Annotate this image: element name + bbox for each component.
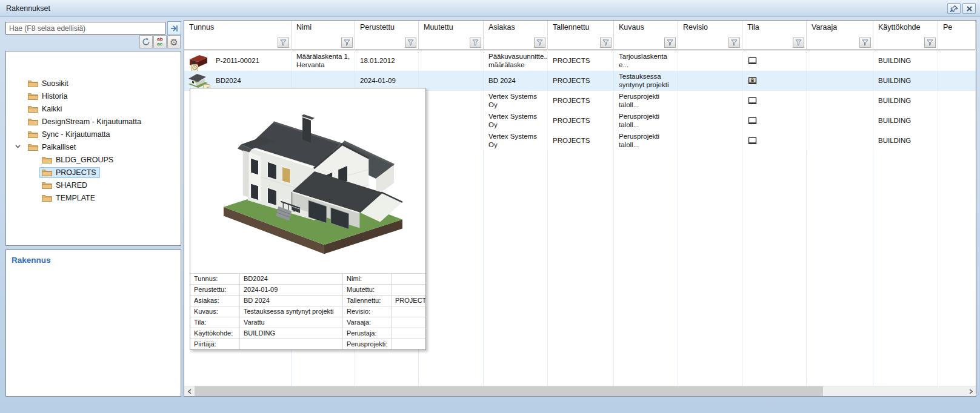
cell-nimi: Määrälaskenta 1, Hervanta <box>292 51 355 71</box>
cell-asiakas: BD 2024 <box>484 71 548 91</box>
filter-funnel-icon[interactable] <box>341 38 353 48</box>
refresh-icon <box>142 38 150 46</box>
clock-badge-icon <box>191 64 198 71</box>
tree-item-label: Suosikit <box>42 79 68 88</box>
cell-tunnus: P-2011-00021 <box>216 57 259 65</box>
cell-kuvaus: Perusprojekti taloll... <box>614 111 678 131</box>
replace-text-icon: ab ac <box>157 37 162 47</box>
cell-asiakas: Vertex Systems Oy <box>484 91 548 111</box>
cell-varaaja <box>807 131 873 151</box>
cell-kayttokohde: BUILDING <box>873 111 938 131</box>
tree-item-paikalliset[interactable]: Paikalliset <box>6 140 181 153</box>
tree-item-label: BLDG_GROUPS <box>56 156 113 164</box>
cell-pe <box>938 91 976 111</box>
filter-funnel-icon[interactable] <box>600 38 612 48</box>
cell-perustettu: 18.01.2012 <box>355 51 419 71</box>
laptop-lock-icon <box>747 77 758 85</box>
column-header-nimi[interactable]: Nimi <box>292 21 355 50</box>
close-window-button[interactable] <box>962 3 976 14</box>
folder-icon <box>42 168 52 176</box>
cell-kayttokohde: BUILDING <box>873 91 938 111</box>
building-details-panel: Rakennus <box>5 249 181 397</box>
column-header-tallennettu[interactable]: Tallennettu <box>548 21 614 50</box>
filter-funnel-icon[interactable] <box>664 38 676 48</box>
column-header-revisio[interactable]: Revisio <box>678 21 742 50</box>
tree-item-historia[interactable]: Historia <box>6 90 181 102</box>
pin-icon <box>950 5 958 12</box>
cell-varaaja <box>807 91 873 111</box>
cell-pe <box>938 111 976 131</box>
cell-tila <box>742 111 807 131</box>
window-title: Rakennukset <box>6 4 50 13</box>
cell-muutettu <box>419 91 484 111</box>
tree-item-designstream[interactable]: DesignStream - Kirjautumatta <box>6 115 181 128</box>
tree-item-suosikit[interactable]: Suosikit <box>6 77 181 90</box>
cell-varaaja <box>807 71 873 91</box>
search-go-button[interactable] <box>167 21 181 35</box>
tree-item-label: Kaikki <box>42 105 62 113</box>
folder-icon <box>28 117 38 125</box>
tree-item-label: DesignStream - Kirjautumatta <box>42 117 141 126</box>
folder-icon <box>28 130 38 138</box>
tree-item-label: PROJECTS <box>56 168 96 177</box>
cell-kuvaus: Perusprojekti taloll... <box>614 131 678 151</box>
folder-tree: Suosikit Historia Kaikki DesignStream - … <box>5 51 181 246</box>
tree-item-kaikki[interactable]: Kaikki <box>6 102 181 115</box>
cell-tunnus: BD2024 <box>216 77 241 85</box>
scroll-left-arrow-icon[interactable] <box>184 386 195 397</box>
column-header-muutettu[interactable]: Muutettu <box>419 21 484 50</box>
tree-item-shared[interactable]: SHARED <box>6 179 181 191</box>
filter-funnel-icon[interactable] <box>534 38 545 48</box>
cell-tila <box>742 51 807 71</box>
tooltip-row: Perustettu: 2024-01-09 Muutettu: <box>190 284 425 295</box>
tooltip-row: Tila: Varattu Varaaja: <box>190 317 425 328</box>
filter-funnel-icon[interactable] <box>793 38 804 48</box>
pin-window-button[interactable] <box>947 3 961 14</box>
gear-icon: ⚙ <box>170 38 178 47</box>
tree-item-projects[interactable]: PROJECTS <box>6 166 181 179</box>
column-header-tunnus[interactable]: Tunnus <box>184 21 292 50</box>
cell-kayttokohde: BUILDING <box>873 131 938 151</box>
folder-icon <box>42 156 52 164</box>
cell-varaaja <box>807 51 873 71</box>
settings-button[interactable]: ⚙ <box>167 35 181 48</box>
tooltip-row: Kuvaus: Testauksessa syntynyt projekti R… <box>190 306 425 317</box>
horizontal-scrollbar[interactable] <box>184 386 976 396</box>
cell-varaaja <box>807 111 873 131</box>
column-header-kuvaus[interactable]: Kuvaus <box>614 21 678 50</box>
column-header-kayttokohde[interactable]: Käyttökohde <box>873 21 938 50</box>
column-header-asiakas[interactable]: Asiakas <box>484 21 548 50</box>
column-header-perustettu[interactable]: Perustettu <box>355 21 419 50</box>
column-header-varaaja[interactable]: Varaaja <box>807 21 873 50</box>
table-row[interactable]: P-2011-00021 Määrälaskenta 1, Hervanta 1… <box>184 51 976 71</box>
cell-pe <box>938 51 976 71</box>
cell-tallennettu: PROJECTS <box>548 131 614 151</box>
building-thumbnail-house <box>187 72 212 90</box>
tree-item-bldg-groups[interactable]: BLDG_GROUPS <box>6 153 181 166</box>
rename-replace-button[interactable]: ab ac <box>153 35 167 48</box>
scroll-right-arrow-icon[interactable] <box>965 386 976 397</box>
cell-tallennettu: PROJECTS <box>548 111 614 131</box>
cell-muutettu <box>419 111 484 131</box>
tree-item-label: SHARED <box>56 181 87 190</box>
cell-asiakas: Vertex Systems Oy <box>484 111 548 131</box>
cell-asiakas: Pääkuvasuunnitte... määrälaske <box>484 51 548 71</box>
column-header-pe[interactable]: Pe <box>938 21 976 50</box>
laptop-icon <box>747 57 758 65</box>
filter-funnel-icon[interactable] <box>405 38 416 48</box>
cell-tila <box>742 91 807 111</box>
chevron-down-icon[interactable] <box>15 145 21 148</box>
filter-funnel-icon[interactable] <box>924 38 936 48</box>
search-input[interactable] <box>5 22 165 35</box>
refresh-button[interactable] <box>139 35 153 48</box>
filter-funnel-icon[interactable] <box>859 38 871 48</box>
cell-kuvaus: Testauksessa syntynyt projekti <box>614 71 678 91</box>
filter-funnel-icon[interactable] <box>278 38 289 48</box>
folder-icon <box>42 194 52 202</box>
tree-item-sync[interactable]: Sync - Kirjautumatta <box>6 128 181 140</box>
column-header-tila[interactable]: Tila <box>742 21 807 50</box>
filter-funnel-icon[interactable] <box>470 38 481 48</box>
filter-funnel-icon[interactable] <box>728 38 740 48</box>
tree-item-template[interactable]: TEMPLATE <box>6 191 181 204</box>
scrollbar-thumb[interactable] <box>195 386 823 397</box>
